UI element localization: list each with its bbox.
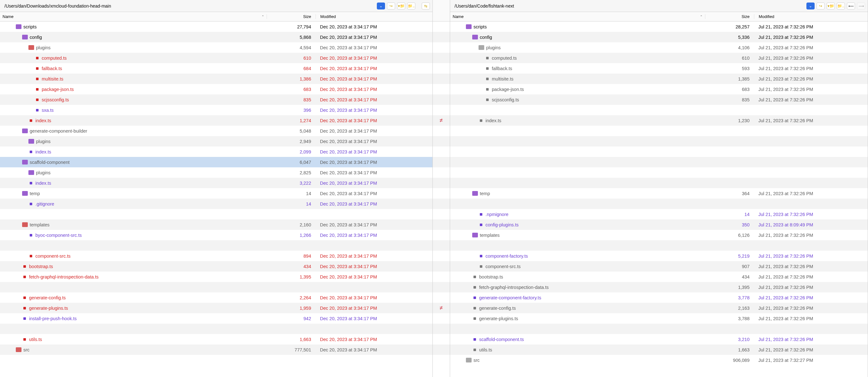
file-row[interactable]: byoc-component-src.ts1,266Dec 20, 2023 a… [0,230,432,240]
folder-row[interactable]: templates2,160Dec 20, 2023 at 3:34:17 PM [0,219,432,230]
file-row[interactable]: generate-config.ts2,163Jul 21, 2023 at 7… [450,303,868,313]
diff-marker [433,219,450,230]
folder-row[interactable]: plugins2,825Dec 20, 2023 at 3:34:17 PM [0,167,432,178]
folder-swap-icon[interactable]: ⇆ [422,2,430,9]
file-name-label: plugins [486,45,501,50]
file-row[interactable]: index.ts1,230Jul 21, 2023 at 7:32:26 PM [450,115,868,126]
cell-name: index.ts [0,181,267,186]
file-row[interactable]: computed.ts610Jul 21, 2023 at 7:32:26 PM [450,53,868,63]
folder-icon [22,191,28,196]
folder-up-icon[interactable]: 📁.. [407,2,415,9]
cell-size: 906,089 [705,358,754,363]
file-row[interactable]: index.ts2,099Dec 20, 2023 at 3:34:17 PM [0,147,432,157]
col-name-header[interactable]: Name ⌃ [450,14,705,19]
cell-size: 14 [267,191,315,196]
right-column-header[interactable]: Name ⌃ Size Modified [450,12,868,22]
file-row[interactable]: config-plugins.ts350Jul 21, 2023 at 8:09… [450,219,868,230]
file-row[interactable]: utils.ts1,663Dec 20, 2023 at 3:34:17 PM [0,334,432,344]
folder-row[interactable]: plugins4,106Jul 21, 2023 at 7:32:26 PM [450,42,868,53]
file-row[interactable]: .gitignore14Dec 20, 2023 at 3:34:17 PM [0,198,432,209]
file-row[interactable]: generate-plugins.ts3,788Jul 21, 2023 at … [450,313,868,324]
left-path-input[interactable] [2,2,375,10]
cell-modified: Dec 20, 2023 at 3:34:17 PM [315,201,432,207]
file-row[interactable]: multisite.ts1,386Dec 20, 2023 at 3:34:17… [0,73,432,84]
cell-name: utils.ts [450,347,705,352]
cell-size: 1,386 [267,76,315,82]
nav-back-icon[interactable]: ⟵ [847,2,855,9]
file-row[interactable]: install-pre-push-hook.ts942Dec 20, 2023 … [0,313,432,324]
folder-row[interactable]: scripts27,794Dec 20, 2023 at 3:34:17 PM [0,22,432,32]
cell-size: 835 [705,97,754,102]
folder-row[interactable]: scripts28,257Jul 21, 2023 at 7:32:26 PM [450,22,868,32]
folder-icon [22,160,28,164]
file-row[interactable]: index.ts1,274Dec 20, 2023 at 3:34:17 PM [0,115,432,126]
file-row[interactable]: generate-plugins.ts1,959Dec 20, 2023 at … [0,303,432,313]
cell-modified: Dec 20, 2023 at 3:34:17 PM [315,233,432,238]
folder-row[interactable]: plugins2,949Dec 20, 2023 at 3:34:17 PM [0,136,432,147]
file-row[interactable]: index.ts3,222Dec 20, 2023 at 3:34:17 PM [0,178,432,188]
file-row[interactable]: bootstrap.ts434Jul 21, 2023 at 7:32:26 P… [450,272,868,282]
folder-row[interactable]: templates6,126Jul 21, 2023 at 7:32:26 PM [450,230,868,240]
file-icon [486,67,489,70]
col-modified-header[interactable]: Modified [754,14,868,19]
left-toolbar: ⌄ ↪ ▾📁 📁.. ⇆ [0,0,432,12]
col-modified-header[interactable]: Modified [315,14,432,19]
folder-row[interactable]: config5,336Jul 21, 2023 at 7:32:26 PM [450,32,868,42]
folder-row[interactable]: plugins4,594Dec 20, 2023 at 3:34:17 PM [0,42,432,53]
file-icon [30,151,32,153]
nav-forward-icon[interactable]: ⟶ [857,2,865,9]
file-icon [480,119,482,122]
file-row[interactable]: .npmignore14Jul 21, 2023 at 7:32:26 PM [450,209,868,219]
col-name-header[interactable]: Name ⌃ [0,14,267,19]
cell-name: scripts [0,24,267,29]
file-name-label: component-src.ts [35,254,70,259]
path-dropdown-button[interactable]: ⌄ [377,2,385,9]
file-row[interactable]: utils.ts1,663Jul 21, 2023 at 7:32:26 PM [450,344,868,355]
file-row[interactable]: component-src.ts894Dec 20, 2023 at 3:34:… [0,251,432,261]
folder-row[interactable]: config5,868Dec 20, 2023 at 3:34:17 PM [0,32,432,42]
file-icon [23,265,26,268]
file-row[interactable]: scjssconfig.ts835Dec 20, 2023 at 3:34:17… [0,94,432,105]
file-row[interactable]: package-json.ts683Dec 20, 2023 at 3:34:1… [0,84,432,94]
cell-name: generate-config.ts [450,306,705,311]
file-row[interactable]: package-json.ts683Jul 21, 2023 at 7:32:2… [450,84,868,94]
file-row[interactable]: fallback.ts593Jul 21, 2023 at 7:32:26 PM [450,63,868,73]
folder-row[interactable]: scaffold-component6,047Dec 20, 2023 at 3… [0,157,432,167]
cell-name: index.ts [0,118,267,123]
redo-icon[interactable]: ↪ [816,2,825,9]
cell-size: 3,778 [705,295,754,300]
redo-icon[interactable]: ↪ [387,2,395,9]
file-row[interactable]: fallback.ts684Dec 20, 2023 at 3:34:17 PM [0,63,432,73]
folder-row[interactable]: temp364Jul 21, 2023 at 7:32:26 PM [450,188,868,198]
file-row[interactable]: scaffold-component.ts3,210Jul 21, 2023 a… [450,334,868,344]
folder-open-icon[interactable]: ▾📁 [397,2,405,9]
file-row[interactable]: component-factory.ts5,219Jul 21, 2023 at… [450,251,868,261]
file-row[interactable]: scjssconfig.ts835Jul 21, 2023 at 7:32:26… [450,94,868,105]
folder-row[interactable]: src906,089Jul 21, 2023 at 7:32:27 PM [450,355,868,365]
file-row[interactable]: component-src.ts907Jul 21, 2023 at 7:32:… [450,261,868,272]
path-dropdown-button[interactable]: ⌄ [806,2,815,9]
file-row[interactable]: fetch-graphql-introspection-data.ts1,395… [0,272,432,282]
folder-open-icon[interactable]: ▾📁 [827,2,835,9]
folder-row[interactable]: src777,501Dec 20, 2023 at 3:34:17 PM [0,344,432,355]
cell-modified: Dec 20, 2023 at 3:34:17 PM [315,181,432,186]
folder-row[interactable]: generate-component-builder5,048Dec 20, 2… [0,126,432,136]
left-file-listing[interactable]: scripts27,794Dec 20, 2023 at 3:34:17 PMc… [0,22,432,377]
col-size-header[interactable]: Size [705,14,754,19]
left-column-header[interactable]: Name ⌃ Size Modified [0,12,432,22]
folder-up-icon[interactable]: 📁.. [837,2,845,9]
file-name-label: index.ts [35,181,51,186]
empty-row [450,198,868,209]
right-file-listing[interactable]: scripts28,257Jul 21, 2023 at 7:32:26 PMc… [450,22,868,377]
file-row[interactable]: generate-component-factory.ts3,778Jul 21… [450,292,868,303]
folder-row[interactable]: temp14Dec 20, 2023 at 3:34:17 PM [0,188,432,198]
diff-marker [433,324,450,334]
file-row[interactable]: multisite.ts1,385Jul 21, 2023 at 7:32:26… [450,73,868,84]
file-row[interactable]: bootstrap.ts434Dec 20, 2023 at 3:34:17 P… [0,261,432,272]
col-size-header[interactable]: Size [267,14,315,19]
file-row[interactable]: fetch-graphql-introspection-data.ts1,395… [450,282,868,292]
file-row[interactable]: computed.ts610Dec 20, 2023 at 3:34:17 PM [0,53,432,63]
file-row[interactable]: sxa.ts396Dec 20, 2023 at 3:34:17 PM [0,105,432,115]
file-row[interactable]: generate-config.ts2,264Dec 20, 2023 at 3… [0,292,432,303]
right-path-input[interactable] [453,2,805,10]
